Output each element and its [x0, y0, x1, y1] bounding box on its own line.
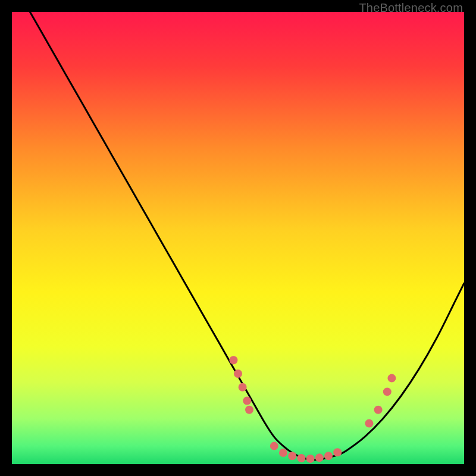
scatter-dot: [279, 449, 287, 457]
scatter-dot: [297, 454, 305, 462]
scatter-dot: [239, 383, 247, 392]
scatter-dot: [315, 453, 324, 462]
scatter-dot: [374, 406, 383, 414]
chart-frame: [12, 12, 464, 464]
scatter-dot: [383, 387, 392, 396]
scatter-dot: [243, 397, 251, 405]
scatter-dot: [365, 419, 373, 428]
scatter-dot: [234, 369, 242, 378]
scatter-dot: [333, 448, 342, 456]
scatter-dot: [324, 452, 333, 460]
scatter-dot: [229, 356, 237, 364]
scatter-dot: [245, 406, 253, 414]
scatter-dot: [387, 374, 396, 383]
chart-svg: [12, 12, 464, 464]
scatter-dot: [306, 455, 315, 463]
chart-background: [12, 12, 464, 464]
scatter-dot: [270, 442, 278, 450]
scatter-dot: [288, 452, 296, 460]
watermark-text: TheBottleneck.com: [359, 1, 463, 15]
